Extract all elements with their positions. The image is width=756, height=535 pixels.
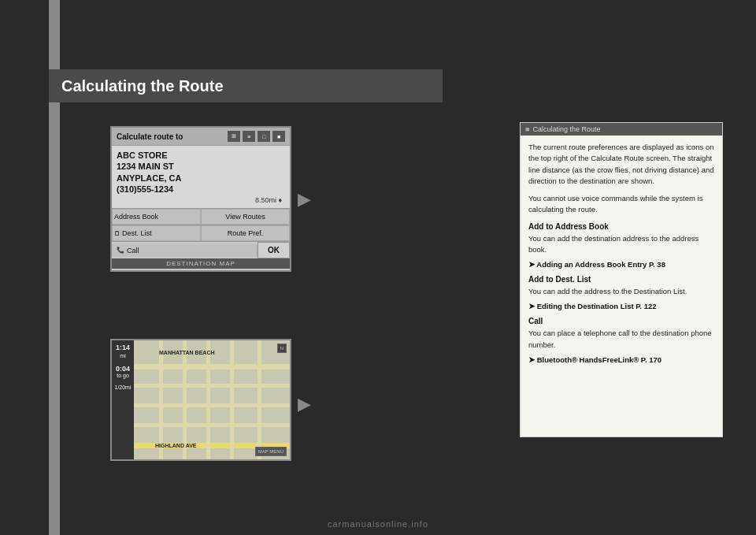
route-icon-list: ≡	[243, 131, 255, 142]
route-screen-header: Calculate route to ⊞ ≡ □ ■	[112, 128, 290, 146]
map-stat1: 1:14	[116, 344, 130, 351]
page-title: Calculating the Route	[61, 77, 224, 95]
map-road-v4	[230, 340, 234, 459]
right-panel-header-title: Calculating the Route	[532, 125, 600, 133]
map-road-v2	[183, 340, 187, 459]
rp-section3-body: You can place a telephone call to the de…	[528, 328, 714, 351]
route-bottom-row: 📞 Call OK	[112, 241, 290, 258]
address-book-button[interactable]: Address Book	[112, 209, 201, 225]
route-pref-button[interactable]: Route Pref.	[201, 225, 290, 241]
map-scale-label: 1/20mi	[114, 385, 131, 390]
rp-section3-link[interactable]: ➤ Bluetooth® HandsFreeLink® P. 170	[528, 355, 714, 364]
route-icon-square: ■	[272, 131, 285, 142]
view-routes-button[interactable]: View Routes	[201, 209, 290, 225]
map-north-indicator: N	[277, 344, 287, 353]
map-stats-sidebar: 1:14 mi 0:04 to go 1/20mi	[112, 340, 134, 459]
map-screen: MANHATTAN BEACH HIGHLAND AVE 1:14 mi 0:0…	[110, 339, 291, 461]
map-road-h4	[134, 423, 290, 427]
map-road-h1	[134, 364, 290, 370]
rp-section3-title: Call	[528, 317, 714, 325]
right-panel-body: The current route preferences are displa…	[521, 136, 722, 370]
rp-para1: The current route preferences are displa…	[528, 142, 714, 187]
map-road-h3	[134, 403, 290, 407]
arrow-right-2: ▶	[298, 394, 311, 414]
rp-section2-title: Add to Dest. List	[528, 275, 714, 284]
map-road-v3	[206, 340, 210, 459]
ok-button[interactable]: OK	[258, 242, 290, 258]
route-header-title: Calculate route to	[117, 132, 183, 141]
map-road-v1	[159, 340, 163, 459]
route-address-block: ABC STORE 1234 MAIN ST ANYPLACE, CA (310…	[112, 146, 290, 208]
map-to-go: to go	[116, 373, 130, 378]
map-area-label: MANHATTAN BEACH	[159, 350, 215, 355]
destination-map-bar[interactable]: DESTINATION MAP	[112, 258, 290, 269]
title-bar: Calculating the Route	[49, 69, 443, 102]
map-menu-button[interactable]: MAP MENU	[255, 447, 287, 456]
map-time: 0:04	[116, 365, 130, 373]
calculate-route-screen: Calculate route to ⊞ ≡ □ ■ ABC STORE 123…	[110, 126, 291, 272]
route-buttons-row2: 🗒Dest. List Route Pref.	[112, 225, 290, 241]
route-address-line3: ANYPLACE, CA	[117, 173, 285, 184]
map-stat-mi: mi	[120, 353, 125, 359]
rp-section1-body: You can add the destination address to t…	[528, 233, 714, 256]
rp-section2-link[interactable]: ➤ Editing the Destination List P. 122	[528, 302, 714, 310]
rp-section2-body: You can add the address to the Destinati…	[528, 286, 714, 297]
rp-para2: You cannot use voice commands while the …	[528, 193, 714, 216]
right-panel-icon: ■	[525, 125, 529, 133]
route-address-line1: ABC STORE	[117, 150, 285, 161]
dest-list-button[interactable]: 🗒Dest. List	[112, 225, 201, 241]
route-header-icons: ⊞ ≡ □ ■	[228, 131, 285, 142]
page-background: Calculating the Route Calculate route to…	[0, 0, 756, 535]
route-icon-grid: ⊞	[228, 131, 240, 142]
right-panel-header: ■ Calculating the Route	[521, 123, 722, 136]
arrow-right-1: ▶	[298, 189, 311, 210]
map-road-h2	[134, 384, 290, 388]
right-panel: ■ Calculating the Route The current rout…	[520, 122, 723, 437]
map-road-v5	[258, 340, 261, 459]
call-button[interactable]: 📞 Call	[112, 244, 258, 257]
map-street-label: HIGHLAND AVE	[155, 443, 197, 448]
route-buttons-row1: Address Book View Routes	[112, 208, 290, 225]
route-distance: 8.50mi ♦	[117, 196, 285, 204]
watermark: carmanualsonline.info	[328, 519, 428, 529]
map-background: MANHATTAN BEACH HIGHLAND AVE 1:14 mi 0:0…	[112, 340, 290, 459]
route-icon-window: □	[258, 131, 270, 142]
rp-section1-title: Add to Address Book	[528, 222, 714, 231]
rp-section1-link[interactable]: ➤ Adding an Address Book Entry P. 38	[528, 260, 714, 269]
route-address-line2: 1234 MAIN ST	[117, 161, 285, 172]
route-address-line4: (310)555-1234	[117, 184, 285, 195]
